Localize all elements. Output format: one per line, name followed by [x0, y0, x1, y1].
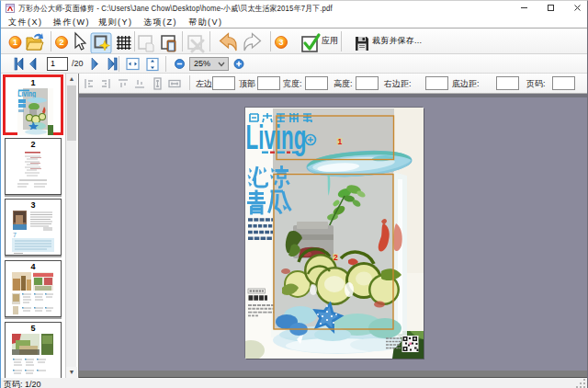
svg-text:1: 1	[338, 137, 343, 146]
svg-text:7: 7	[13, 232, 17, 238]
svg-text:1: 1	[13, 38, 17, 47]
svg-text:2: 2	[59, 38, 63, 47]
svg-text:2: 2	[334, 253, 338, 262]
svg-text:3: 3	[278, 38, 283, 47]
